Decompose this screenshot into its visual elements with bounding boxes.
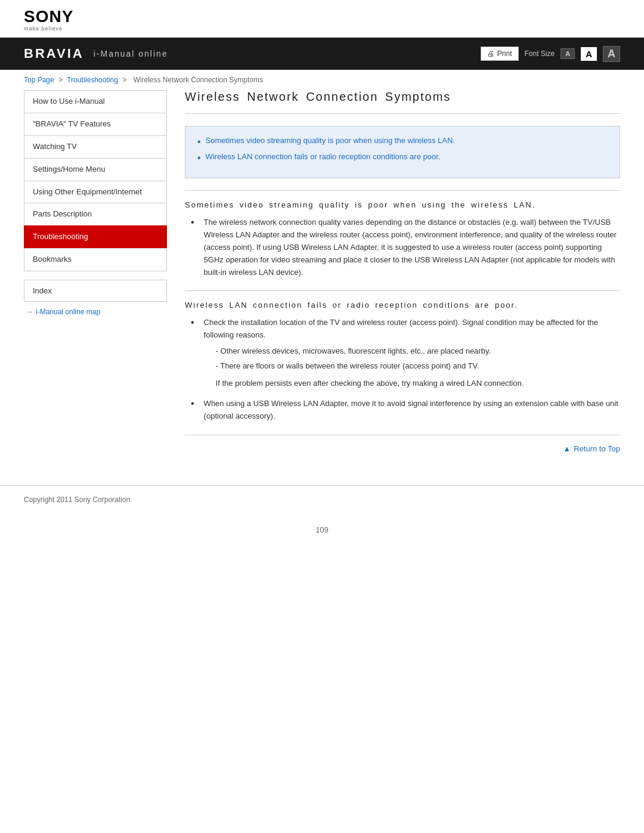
sidebar-item-using-other[interactable]: Using Other Equipment/Internet	[24, 181, 167, 203]
arrow-icon: →	[26, 308, 33, 316]
print-button[interactable]: 🖨 Print	[481, 47, 519, 61]
section2-bullet-1: Check the installation location of the T…	[204, 318, 598, 339]
font-large-button[interactable]: A	[603, 46, 620, 62]
summary-link-2[interactable]: Wireless LAN connection fails or radio r…	[206, 152, 441, 161]
main-layout: How to Use i-Manual "BRAVIA" TV Features…	[0, 90, 644, 485]
return-to-top-link[interactable]: ▲ Return to Top	[563, 444, 620, 453]
section1-list: The wireless network connection quality …	[191, 216, 620, 278]
page-title: Wireless Network Connection Symptoms	[185, 90, 620, 114]
sidebar-item-bookmarks[interactable]: Bookmarks	[24, 248, 167, 271]
sidebar-item-how-to-use[interactable]: How to Use i-Manual	[24, 90, 167, 113]
breadcrumb-sep1: >	[58, 76, 63, 84]
triangle-up-icon: ▲	[563, 444, 571, 453]
section1-title: Sometimes video streaming quality is poo…	[185, 190, 620, 209]
summary-list-item: Wireless LAN connection fails or radio r…	[197, 152, 608, 163]
sub-item-1: - Other wireless devices, microwaves, fl…	[216, 345, 620, 358]
breadcrumb-troubleshooting[interactable]: Troubleshooting	[67, 76, 118, 84]
section2: Wireless LAN connection fails or radio r…	[185, 290, 620, 423]
section2-title: Wireless LAN connection fails or radio r…	[185, 290, 620, 309]
breadcrumb-sep2: >	[122, 76, 126, 84]
header: SONY make.believe	[0, 0, 644, 38]
navbar-actions: 🖨 Print Font Size A A A	[481, 46, 620, 62]
sidebar-item-settings-home[interactable]: Settings/Home Menu	[24, 158, 167, 181]
breadcrumb: Top Page > Troubleshooting > Wireless Ne…	[0, 70, 644, 90]
breadcrumb-top-page[interactable]: Top Page	[24, 76, 54, 84]
section2-bullet-2: When using a USB Wireless LAN Adapter, m…	[204, 398, 620, 423]
list-item: When using a USB Wireless LAN Adapter, m…	[191, 398, 620, 423]
font-medium-button[interactable]: A	[581, 47, 597, 61]
list-item: Check the installation location of the T…	[191, 317, 620, 392]
imanual-map-link[interactable]: → i-Manual online map	[24, 302, 167, 322]
sidebar: How to Use i-Manual "BRAVIA" TV Features…	[24, 90, 167, 485]
content-area: Wireless Network Connection Symptoms Som…	[185, 90, 620, 485]
list-item: The wireless network connection quality …	[191, 216, 620, 278]
font-small-button[interactable]: A	[561, 48, 575, 59]
sidebar-item-troubleshooting[interactable]: Troubleshooting	[24, 225, 167, 248]
section2-list: Check the installation location of the T…	[191, 317, 620, 423]
sub-list: - Other wireless devices, microwaves, fl…	[216, 345, 620, 389]
sub-item-note: If the problem persists even after check…	[216, 377, 620, 390]
breadcrumb-current: Wireless Network Connection Symptoms	[134, 76, 263, 84]
navbar-brand: BRAVIA i-Manual online	[24, 46, 168, 61]
sidebar-index[interactable]: Index	[24, 280, 167, 302]
sidebar-item-parts-description[interactable]: Parts Description	[24, 203, 167, 225]
copyright-text: Copyright 2011 Sony Corporation	[24, 496, 130, 504]
summary-link-1[interactable]: Sometimes video streaming quality is poo…	[206, 136, 455, 145]
bravia-logo: BRAVIA	[24, 46, 84, 61]
page-number: 109	[0, 513, 644, 540]
summary-box: Sometimes video streaming quality is poo…	[185, 126, 620, 178]
summary-list-item: Sometimes video streaming quality is poo…	[197, 136, 608, 147]
sidebar-item-watching-tv[interactable]: Watching TV	[24, 135, 167, 158]
sub-item-2: - There are floors or walls between the …	[216, 360, 620, 373]
sony-logo: SONY make.believe	[24, 8, 620, 32]
section1-content: The wireless network connection quality …	[185, 216, 620, 278]
section2-content: Check the installation location of the T…	[185, 317, 620, 423]
return-to-top-bar: ▲ Return to Top	[185, 435, 620, 462]
imanual-subtitle: i-Manual online	[94, 49, 168, 58]
font-size-label: Font Size	[525, 49, 555, 58]
summary-list: Sometimes video streaming quality is poo…	[197, 136, 608, 163]
footer: Copyright 2011 Sony Corporation	[0, 485, 644, 513]
navbar: BRAVIA i-Manual online 🖨 Print Font Size…	[0, 38, 644, 70]
section1: Sometimes video streaming quality is poo…	[185, 190, 620, 278]
print-icon: 🖨	[487, 49, 494, 58]
sidebar-item-bravia-features[interactable]: "BRAVIA" TV Features	[24, 113, 167, 135]
section1-bullet-1: The wireless network connection quality …	[204, 216, 620, 278]
